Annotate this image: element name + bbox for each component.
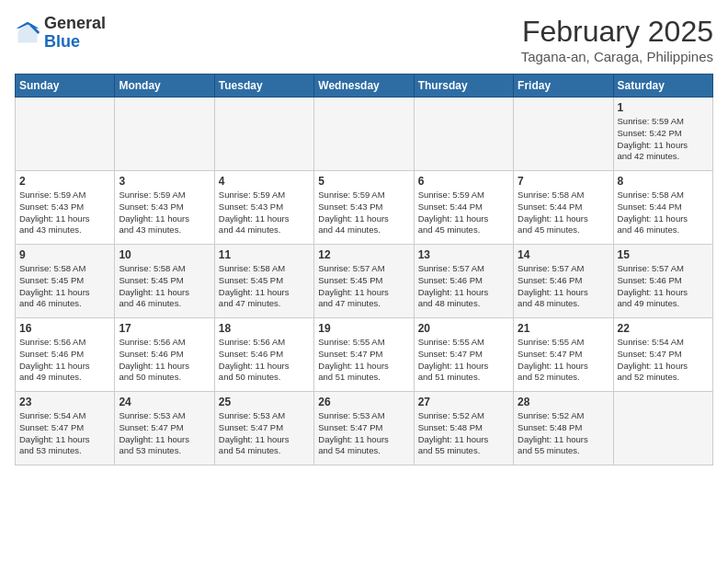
- weekday-header-thursday: Thursday: [414, 75, 513, 98]
- calendar-cell: 9Sunrise: 5:58 AMSunset: 5:45 PMDaylight…: [16, 245, 115, 318]
- day-number: 20: [418, 322, 509, 335]
- day-number: 27: [418, 396, 509, 408]
- calendar-body: 1Sunrise: 5:59 AMSunset: 5:42 PMDaylight…: [16, 98, 713, 465]
- calendar-cell: 10Sunrise: 5:58 AMSunset: 5:45 PMDayligh…: [115, 245, 214, 318]
- logo-text: General Blue: [44, 15, 106, 52]
- calendar-cell: 7Sunrise: 5:58 AMSunset: 5:44 PMDaylight…: [514, 171, 613, 245]
- day-info: Sunrise: 5:57 AMSunset: 5:46 PMDaylight:…: [518, 263, 609, 310]
- weekday-header-wednesday: Wednesday: [314, 75, 414, 98]
- calendar-cell: 27Sunrise: 5:52 AMSunset: 5:48 PMDayligh…: [414, 392, 513, 465]
- day-info: Sunrise: 5:52 AMSunset: 5:48 PMDaylight:…: [518, 410, 609, 457]
- calendar-cell: 13Sunrise: 5:57 AMSunset: 5:46 PMDayligh…: [414, 245, 513, 318]
- day-info: Sunrise: 5:58 AMSunset: 5:45 PMDaylight:…: [219, 263, 310, 310]
- calendar-cell: 17Sunrise: 5:56 AMSunset: 5:46 PMDayligh…: [115, 318, 214, 392]
- day-number: 11: [219, 248, 310, 261]
- day-info: Sunrise: 5:59 AMSunset: 5:42 PMDaylight:…: [618, 116, 709, 163]
- calendar-cell: [414, 98, 513, 171]
- calendar-table: SundayMondayTuesdayWednesdayThursdayFrid…: [15, 74, 713, 465]
- day-info: Sunrise: 5:57 AMSunset: 5:46 PMDaylight:…: [418, 263, 509, 310]
- day-number: 9: [19, 248, 110, 261]
- page-header: General Blue February 2025 Tagana-an, Ca…: [15, 15, 713, 64]
- calendar-cell: 18Sunrise: 5:56 AMSunset: 5:46 PMDayligh…: [214, 318, 313, 392]
- calendar-cell: 6Sunrise: 5:59 AMSunset: 5:44 PMDaylight…: [414, 171, 513, 245]
- day-info: Sunrise: 5:59 AMSunset: 5:43 PMDaylight:…: [219, 190, 310, 236]
- day-info: Sunrise: 5:59 AMSunset: 5:43 PMDaylight:…: [19, 190, 110, 236]
- day-info: Sunrise: 5:59 AMSunset: 5:43 PMDaylight:…: [318, 190, 409, 236]
- title-block: February 2025 Tagana-an, Caraga, Philipp…: [521, 15, 713, 64]
- day-info: Sunrise: 5:59 AMSunset: 5:44 PMDaylight:…: [418, 190, 509, 236]
- day-number: 24: [119, 396, 210, 408]
- calendar-week-row: 1Sunrise: 5:59 AMSunset: 5:42 PMDaylight…: [16, 98, 713, 171]
- day-info: Sunrise: 5:58 AMSunset: 5:45 PMDaylight:…: [119, 263, 210, 310]
- day-info: Sunrise: 5:56 AMSunset: 5:46 PMDaylight:…: [19, 337, 110, 384]
- day-info: Sunrise: 5:56 AMSunset: 5:46 PMDaylight:…: [219, 337, 310, 384]
- calendar-title: February 2025: [521, 15, 713, 49]
- day-info: Sunrise: 5:54 AMSunset: 5:47 PMDaylight:…: [618, 337, 709, 384]
- calendar-week-row: 9Sunrise: 5:58 AMSunset: 5:45 PMDaylight…: [16, 245, 713, 318]
- calendar-cell: 12Sunrise: 5:57 AMSunset: 5:45 PMDayligh…: [314, 245, 414, 318]
- weekday-header-sunday: Sunday: [16, 75, 115, 98]
- day-number: 23: [19, 396, 110, 408]
- day-info: Sunrise: 5:54 AMSunset: 5:47 PMDaylight:…: [19, 410, 110, 457]
- logo-general: General: [44, 15, 106, 33]
- calendar-cell: 21Sunrise: 5:55 AMSunset: 5:47 PMDayligh…: [514, 318, 613, 392]
- calendar-cell: 2Sunrise: 5:59 AMSunset: 5:43 PMDaylight…: [16, 171, 115, 245]
- calendar-cell: [214, 98, 313, 171]
- weekday-header-monday: Monday: [115, 75, 214, 98]
- calendar-cell: 24Sunrise: 5:53 AMSunset: 5:47 PMDayligh…: [115, 392, 214, 465]
- logo-icon: [15, 20, 40, 46]
- calendar-cell: 25Sunrise: 5:53 AMSunset: 5:47 PMDayligh…: [214, 392, 313, 465]
- calendar-cell: 23Sunrise: 5:54 AMSunset: 5:47 PMDayligh…: [16, 392, 115, 465]
- calendar-cell: 14Sunrise: 5:57 AMSunset: 5:46 PMDayligh…: [514, 245, 613, 318]
- day-info: Sunrise: 5:58 AMSunset: 5:44 PMDaylight:…: [518, 190, 609, 236]
- day-number: 6: [418, 175, 509, 188]
- day-info: Sunrise: 5:59 AMSunset: 5:43 PMDaylight:…: [119, 190, 210, 236]
- day-number: 19: [318, 322, 409, 335]
- day-number: 18: [219, 322, 310, 335]
- day-number: 3: [119, 175, 210, 188]
- calendar-cell: 5Sunrise: 5:59 AMSunset: 5:43 PMDaylight…: [314, 171, 414, 245]
- day-info: Sunrise: 5:53 AMSunset: 5:47 PMDaylight:…: [119, 410, 210, 457]
- day-number: 22: [618, 322, 709, 335]
- logo: General Blue: [15, 15, 106, 52]
- calendar-cell: 1Sunrise: 5:59 AMSunset: 5:42 PMDaylight…: [613, 98, 712, 171]
- calendar-cell: 28Sunrise: 5:52 AMSunset: 5:48 PMDayligh…: [514, 392, 613, 465]
- calendar-cell: 4Sunrise: 5:59 AMSunset: 5:43 PMDaylight…: [214, 171, 313, 245]
- weekday-header-saturday: Saturday: [613, 75, 712, 98]
- calendar-cell: 20Sunrise: 5:55 AMSunset: 5:47 PMDayligh…: [414, 318, 513, 392]
- day-number: 12: [318, 248, 409, 261]
- calendar-cell: [16, 98, 115, 171]
- day-info: Sunrise: 5:56 AMSunset: 5:46 PMDaylight:…: [119, 337, 210, 384]
- calendar-header: SundayMondayTuesdayWednesdayThursdayFrid…: [16, 75, 713, 98]
- day-info: Sunrise: 5:55 AMSunset: 5:47 PMDaylight:…: [518, 337, 609, 384]
- logo-blue: Blue: [44, 33, 106, 52]
- calendar-cell: 8Sunrise: 5:58 AMSunset: 5:44 PMDaylight…: [613, 171, 712, 245]
- day-info: Sunrise: 5:53 AMSunset: 5:47 PMDaylight:…: [219, 410, 310, 457]
- calendar-cell: 3Sunrise: 5:59 AMSunset: 5:43 PMDaylight…: [115, 171, 214, 245]
- day-number: 16: [19, 322, 110, 335]
- weekday-row: SundayMondayTuesdayWednesdayThursdayFrid…: [16, 75, 713, 98]
- calendar-week-row: 2Sunrise: 5:59 AMSunset: 5:43 PMDaylight…: [16, 171, 713, 245]
- calendar-week-row: 23Sunrise: 5:54 AMSunset: 5:47 PMDayligh…: [16, 392, 713, 465]
- day-number: 15: [618, 248, 709, 261]
- calendar-week-row: 16Sunrise: 5:56 AMSunset: 5:46 PMDayligh…: [16, 318, 713, 392]
- day-number: 10: [119, 248, 210, 261]
- day-number: 14: [518, 248, 609, 261]
- day-info: Sunrise: 5:58 AMSunset: 5:45 PMDaylight:…: [19, 263, 110, 310]
- weekday-header-friday: Friday: [514, 75, 613, 98]
- calendar-cell: 19Sunrise: 5:55 AMSunset: 5:47 PMDayligh…: [314, 318, 414, 392]
- day-number: 28: [518, 396, 609, 408]
- day-number: 17: [119, 322, 210, 335]
- calendar-cell: 26Sunrise: 5:53 AMSunset: 5:47 PMDayligh…: [314, 392, 414, 465]
- day-info: Sunrise: 5:57 AMSunset: 5:45 PMDaylight:…: [318, 263, 409, 310]
- day-number: 5: [318, 175, 409, 188]
- day-number: 25: [219, 396, 310, 408]
- day-number: 7: [518, 175, 609, 188]
- day-number: 26: [318, 396, 409, 408]
- day-info: Sunrise: 5:57 AMSunset: 5:46 PMDaylight:…: [618, 263, 709, 310]
- calendar-cell: [613, 392, 712, 465]
- calendar-cell: [314, 98, 414, 171]
- day-info: Sunrise: 5:55 AMSunset: 5:47 PMDaylight:…: [318, 337, 409, 384]
- calendar-cell: 15Sunrise: 5:57 AMSunset: 5:46 PMDayligh…: [613, 245, 712, 318]
- calendar-cell: [514, 98, 613, 171]
